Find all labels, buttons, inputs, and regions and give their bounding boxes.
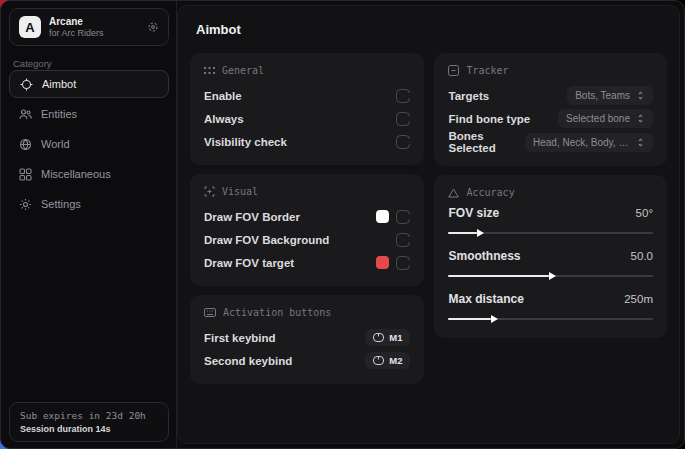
brand-card: A Arcane for Arc Riders: [9, 8, 169, 46]
triangle-icon: [448, 188, 459, 198]
slider-fill: [448, 275, 548, 277]
option-label: First keybind: [204, 332, 276, 344]
category-label: Category: [13, 58, 52, 69]
option-label: Enable: [204, 90, 242, 102]
visual-card: Visual Draw FOV Border Draw FOV Backgrou…: [190, 174, 424, 286]
layout-grid-icon: [19, 168, 32, 181]
focus-icon: [204, 186, 215, 197]
app-title: Arcane: [49, 16, 139, 28]
sync-icon[interactable]: [147, 21, 159, 33]
slider-fill: [448, 318, 491, 320]
activation-buttons-card: Activation buttons First keybind M1: [190, 295, 424, 384]
second-keybind-button[interactable]: M2: [365, 352, 410, 369]
app-subtitle: for Arc Riders: [49, 28, 139, 38]
dots-grid-icon: [204, 66, 215, 75]
find-bone-type-dropdown[interactable]: Selected bone: [558, 109, 653, 128]
page-title: Aimbot: [196, 22, 667, 37]
dropdown-value: Selected bone: [566, 113, 630, 124]
sidebar-item-label: World: [41, 138, 70, 150]
unfold-icon: [636, 138, 645, 147]
option-label: Max distance: [448, 292, 523, 306]
main-panel: Aimbot General Enable: [177, 5, 680, 444]
sidebar-item-world[interactable]: World: [9, 130, 169, 158]
sidebar-item-aimbot[interactable]: Aimbot: [9, 70, 169, 98]
fov-target-color-swatch[interactable]: [376, 256, 389, 269]
app-window: A Arcane for Arc Riders Category: [0, 0, 685, 449]
smoothness-slider[interactable]: [448, 271, 653, 281]
sidebar-item-label: Miscellaneous: [41, 168, 111, 180]
app-logo: A: [19, 16, 41, 38]
slider-fill: [448, 232, 477, 234]
option-label: FOV size: [448, 206, 499, 220]
sub-expiry-text: Sub expires in 23d 20h: [20, 410, 158, 421]
option-label: Draw FOV target: [204, 257, 294, 269]
draw-fov-target-checkbox[interactable]: [396, 256, 410, 270]
fov-border-color-swatch[interactable]: [376, 210, 389, 223]
draw-fov-background-checkbox[interactable]: [396, 233, 410, 247]
enable-checkbox[interactable]: [396, 89, 410, 103]
card-title: Tracker: [466, 65, 508, 76]
slider-thumb[interactable]: [477, 229, 484, 237]
session-duration-text: Session duration 14s: [20, 424, 158, 434]
option-label: Smoothness: [448, 249, 520, 263]
mouse-icon: [373, 333, 384, 342]
sidebar-item-label: Aimbot: [42, 78, 76, 90]
slider-value: 50°: [636, 207, 653, 219]
sidebar-item-miscellaneous[interactable]: Miscellaneous: [9, 160, 169, 188]
slider-thumb[interactable]: [491, 315, 498, 323]
keyboard-icon: [204, 308, 216, 317]
option-label: Bones Selected: [448, 130, 525, 154]
sidebar: A Arcane for Arc Riders Category: [1, 1, 177, 448]
crosshair-icon: [20, 78, 33, 91]
dropdown-value: Head, Neck, Body, Fe...: [533, 137, 630, 148]
option-label: Always: [204, 113, 244, 125]
option-label: Draw FOV Background: [204, 234, 329, 246]
mouse-icon: [373, 356, 384, 365]
option-label: Visibility check: [204, 136, 287, 148]
accuracy-card: Accuracy FOV size 50°: [434, 175, 667, 338]
subscription-info: Sub expires in 23d 20h Session duration …: [9, 402, 169, 442]
slider-thumb[interactable]: [549, 272, 556, 280]
gear-icon: [19, 198, 32, 211]
keybind-value: M1: [389, 332, 402, 343]
unfold-icon: [636, 114, 645, 123]
tracker-card: Tracker Targets Bots, Teams: [434, 53, 667, 166]
card-title: Activation buttons: [223, 307, 331, 318]
tracker-box-icon: [448, 65, 459, 76]
sidebar-item-entities[interactable]: Entities: [9, 100, 169, 128]
slider-value: 250m: [624, 293, 653, 305]
sidebar-item-label: Entities: [41, 108, 77, 120]
unfold-icon: [636, 91, 645, 100]
option-label: Targets: [448, 90, 489, 102]
brand-text: Arcane for Arc Riders: [49, 16, 139, 38]
targets-dropdown[interactable]: Bots, Teams: [567, 86, 653, 105]
dropdown-value: Bots, Teams: [575, 90, 630, 101]
option-label: Second keybind: [204, 355, 292, 367]
card-title: General: [222, 65, 264, 76]
first-keybind-button[interactable]: M1: [365, 329, 410, 346]
max-distance-slider[interactable]: [448, 314, 653, 324]
option-label: Find bone type: [448, 113, 530, 125]
keybind-value: M2: [389, 355, 402, 366]
draw-fov-border-checkbox[interactable]: [396, 210, 410, 224]
bones-selected-dropdown[interactable]: Head, Neck, Body, Fe...: [525, 133, 653, 152]
always-checkbox[interactable]: [396, 112, 410, 126]
slider-value: 50.0: [631, 250, 653, 262]
card-title: Visual: [222, 186, 258, 197]
sidebar-item-settings[interactable]: Settings: [9, 190, 169, 218]
sidebar-item-label: Settings: [41, 198, 81, 210]
option-label: Draw FOV Border: [204, 211, 300, 223]
sidebar-nav: Aimbot Entities: [9, 70, 169, 220]
visibility-check-checkbox[interactable]: [396, 135, 410, 149]
entities-icon: [19, 108, 32, 121]
general-card: General Enable Always Visibility check: [190, 53, 424, 165]
fov-size-slider[interactable]: [448, 228, 653, 238]
globe-icon: [19, 138, 32, 151]
card-title: Accuracy: [466, 187, 514, 198]
